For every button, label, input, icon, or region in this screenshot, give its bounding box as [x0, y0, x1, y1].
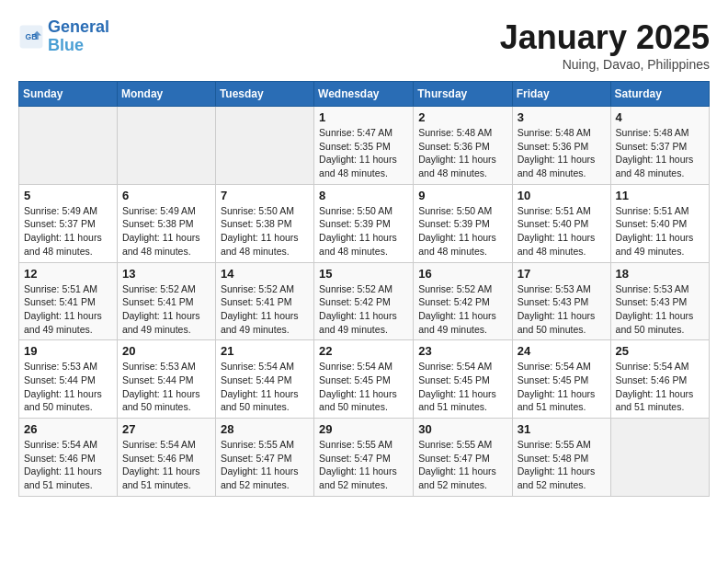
day-info: Sunrise: 5:48 AM Sunset: 5:36 PM Dayligh… — [518, 126, 606, 180]
calendar-cell: 31Sunrise: 5:55 AM Sunset: 5:48 PM Dayli… — [512, 419, 610, 497]
day-number: 5 — [24, 189, 112, 202]
weekday-header-cell: Wednesday — [314, 82, 414, 107]
day-number: 16 — [418, 267, 506, 281]
logo-icon: GB — [18, 24, 44, 50]
calendar-cell: 30Sunrise: 5:55 AM Sunset: 5:47 PM Dayli… — [414, 419, 512, 497]
calendar-week-row: 5Sunrise: 5:49 AM Sunset: 5:37 PM Daylig… — [19, 184, 710, 262]
calendar-body: 1Sunrise: 5:47 AM Sunset: 5:35 PM Daylig… — [19, 107, 710, 497]
calendar-cell: 7Sunrise: 5:50 AM Sunset: 5:38 PM Daylig… — [215, 184, 313, 262]
day-number: 28 — [221, 422, 309, 436]
day-number: 17 — [518, 267, 606, 281]
location: Nuing, Davao, Philippines — [500, 57, 710, 72]
day-info: Sunrise: 5:52 AM Sunset: 5:41 PM Dayligh… — [122, 282, 210, 337]
calendar-week-row: 19Sunrise: 5:53 AM Sunset: 5:44 PM Dayli… — [19, 340, 710, 419]
day-number: 15 — [319, 267, 408, 281]
day-number: 19 — [24, 344, 112, 358]
calendar-cell: 4Sunrise: 5:48 AM Sunset: 5:37 PM Daylig… — [610, 107, 709, 185]
day-number: 13 — [122, 267, 210, 281]
day-info: Sunrise: 5:50 AM Sunset: 5:38 PM Dayligh… — [221, 204, 309, 259]
day-info: Sunrise: 5:52 AM Sunset: 5:42 PM Dayligh… — [418, 282, 506, 337]
calendar-cell: 14Sunrise: 5:52 AM Sunset: 5:41 PM Dayli… — [215, 262, 313, 340]
day-info: Sunrise: 5:53 AM Sunset: 5:43 PM Dayligh… — [616, 282, 704, 337]
calendar-cell: 8Sunrise: 5:50 AM Sunset: 5:39 PM Daylig… — [314, 184, 414, 262]
calendar-cell: 13Sunrise: 5:52 AM Sunset: 5:41 PM Dayli… — [117, 262, 215, 340]
weekday-header-cell: Saturday — [610, 82, 709, 107]
day-number: 24 — [518, 344, 606, 358]
calendar-cell: 9Sunrise: 5:50 AM Sunset: 5:39 PM Daylig… — [414, 184, 512, 262]
day-number: 22 — [319, 344, 408, 358]
calendar-week-row: 1Sunrise: 5:47 AM Sunset: 5:35 PM Daylig… — [19, 107, 710, 185]
calendar-cell: 20Sunrise: 5:53 AM Sunset: 5:44 PM Dayli… — [117, 340, 215, 419]
calendar-cell: 2Sunrise: 5:48 AM Sunset: 5:36 PM Daylig… — [414, 107, 512, 185]
day-number: 14 — [221, 267, 309, 281]
calendar-cell: 16Sunrise: 5:52 AM Sunset: 5:42 PM Dayli… — [414, 262, 512, 340]
day-number: 3 — [518, 110, 606, 124]
day-number: 25 — [616, 344, 704, 358]
day-number: 23 — [418, 344, 506, 358]
weekday-header-cell: Thursday — [414, 82, 512, 107]
day-number: 2 — [418, 110, 506, 124]
calendar-cell: 24Sunrise: 5:54 AM Sunset: 5:45 PM Dayli… — [512, 340, 610, 419]
calendar-cell: 22Sunrise: 5:54 AM Sunset: 5:45 PM Dayli… — [314, 340, 414, 419]
day-info: Sunrise: 5:48 AM Sunset: 5:36 PM Dayligh… — [418, 126, 506, 180]
day-info: Sunrise: 5:54 AM Sunset: 5:46 PM Dayligh… — [24, 438, 112, 492]
calendar-cell: 1Sunrise: 5:47 AM Sunset: 5:35 PM Daylig… — [314, 107, 414, 185]
calendar-cell: 15Sunrise: 5:52 AM Sunset: 5:42 PM Dayli… — [314, 262, 414, 340]
day-number: 7 — [221, 189, 309, 202]
title-block: January 2025 Nuing, Davao, Philippines — [500, 18, 710, 72]
calendar-cell: 11Sunrise: 5:51 AM Sunset: 5:40 PM Dayli… — [610, 184, 709, 262]
page-header: GB GeneralBlue January 2025 Nuing, Davao… — [18, 18, 710, 72]
day-info: Sunrise: 5:54 AM Sunset: 5:45 PM Dayligh… — [518, 360, 606, 414]
day-info: Sunrise: 5:53 AM Sunset: 5:44 PM Dayligh… — [122, 360, 210, 414]
day-number: 12 — [24, 267, 112, 281]
calendar-table: SundayMondayTuesdayWednesdayThursdayFrid… — [18, 81, 710, 497]
day-number: 29 — [319, 422, 408, 436]
calendar-cell: 19Sunrise: 5:53 AM Sunset: 5:44 PM Dayli… — [19, 340, 118, 419]
day-info: Sunrise: 5:54 AM Sunset: 5:45 PM Dayligh… — [418, 360, 506, 414]
day-info: Sunrise: 5:55 AM Sunset: 5:47 PM Dayligh… — [221, 438, 309, 492]
day-info: Sunrise: 5:51 AM Sunset: 5:40 PM Dayligh… — [616, 204, 704, 259]
calendar-cell: 27Sunrise: 5:54 AM Sunset: 5:46 PM Dayli… — [117, 419, 215, 497]
day-info: Sunrise: 5:54 AM Sunset: 5:46 PM Dayligh… — [122, 438, 210, 492]
day-number: 10 — [518, 189, 606, 202]
day-number: 30 — [418, 422, 506, 436]
day-info: Sunrise: 5:50 AM Sunset: 5:39 PM Dayligh… — [319, 204, 408, 259]
calendar-cell — [117, 107, 215, 185]
day-info: Sunrise: 5:55 AM Sunset: 5:47 PM Dayligh… — [319, 438, 408, 492]
day-number: 26 — [24, 422, 112, 436]
calendar-cell: 29Sunrise: 5:55 AM Sunset: 5:47 PM Dayli… — [314, 419, 414, 497]
day-number: 31 — [518, 422, 606, 436]
weekday-header-cell: Monday — [117, 82, 215, 107]
day-number: 27 — [122, 422, 210, 436]
logo-text: GeneralBlue — [48, 18, 109, 55]
day-number: 1 — [319, 110, 408, 124]
day-info: Sunrise: 5:55 AM Sunset: 5:48 PM Dayligh… — [518, 438, 606, 492]
calendar-cell: 10Sunrise: 5:51 AM Sunset: 5:40 PM Dayli… — [512, 184, 610, 262]
day-number: 6 — [122, 189, 210, 202]
day-info: Sunrise: 5:53 AM Sunset: 5:44 PM Dayligh… — [24, 360, 112, 414]
day-info: Sunrise: 5:52 AM Sunset: 5:41 PM Dayligh… — [221, 282, 309, 337]
day-info: Sunrise: 5:54 AM Sunset: 5:45 PM Dayligh… — [319, 360, 408, 414]
day-info: Sunrise: 5:49 AM Sunset: 5:38 PM Dayligh… — [122, 204, 210, 259]
calendar-cell — [610, 419, 709, 497]
calendar-cell: 21Sunrise: 5:54 AM Sunset: 5:44 PM Dayli… — [215, 340, 313, 419]
calendar-cell: 18Sunrise: 5:53 AM Sunset: 5:43 PM Dayli… — [610, 262, 709, 340]
day-info: Sunrise: 5:49 AM Sunset: 5:37 PM Dayligh… — [24, 204, 112, 259]
calendar-cell: 25Sunrise: 5:54 AM Sunset: 5:46 PM Dayli… — [610, 340, 709, 419]
calendar-cell: 23Sunrise: 5:54 AM Sunset: 5:45 PM Dayli… — [414, 340, 512, 419]
day-number: 11 — [616, 189, 704, 202]
weekday-header-row: SundayMondayTuesdayWednesdayThursdayFrid… — [19, 82, 710, 107]
day-info: Sunrise: 5:50 AM Sunset: 5:39 PM Dayligh… — [418, 204, 506, 259]
logo: GB GeneralBlue — [18, 18, 109, 55]
weekday-header-cell: Sunday — [19, 82, 118, 107]
calendar-cell — [215, 107, 313, 185]
day-number: 8 — [319, 189, 408, 202]
day-info: Sunrise: 5:55 AM Sunset: 5:47 PM Dayligh… — [418, 438, 506, 492]
day-number: 4 — [616, 110, 704, 124]
calendar-cell: 17Sunrise: 5:53 AM Sunset: 5:43 PM Dayli… — [512, 262, 610, 340]
calendar-cell: 26Sunrise: 5:54 AM Sunset: 5:46 PM Dayli… — [19, 419, 118, 497]
day-number: 18 — [616, 267, 704, 281]
day-info: Sunrise: 5:54 AM Sunset: 5:44 PM Dayligh… — [221, 360, 309, 414]
day-number: 9 — [418, 189, 506, 202]
day-info: Sunrise: 5:51 AM Sunset: 5:41 PM Dayligh… — [24, 282, 112, 337]
